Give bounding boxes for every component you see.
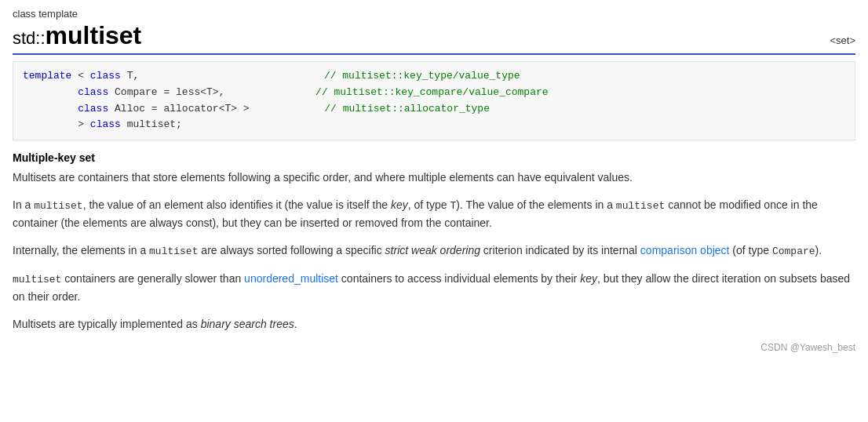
para2-mid2: , of type: [408, 198, 450, 211]
code-keyword-template: template: [23, 70, 71, 82]
para2-mid1: , the value of an element also identifie…: [83, 198, 391, 211]
code-comment-2: // multiset::key_compare/value_compare: [315, 86, 548, 98]
para5-italic1: binary search trees: [201, 318, 294, 330]
para4-italic1: key: [580, 272, 597, 285]
code-indent-2: [23, 86, 78, 98]
paragraph-2: In a multiset, the value of an element a…: [13, 196, 855, 232]
para3-mid1: are always sorted following a specific: [198, 244, 385, 256]
paragraph-1: Multisets are containers that store elem…: [13, 169, 855, 186]
para4-mid2: containers to access individual elements…: [338, 272, 580, 285]
para2-italic1: key: [391, 198, 408, 211]
para3-code1: multiset: [149, 246, 198, 257]
para3-before: Internally, the elements in a: [13, 244, 149, 256]
title-row: std::multiset <set>: [13, 21, 855, 55]
code-block: template < class T, // multiset::key_typ…: [13, 61, 855, 140]
code-comment-3: // multiset::allocator_type: [324, 103, 490, 115]
watermark: CSDN @Yawesh_best: [13, 342, 855, 353]
code-alloc: Alloc = allocator<T> >: [115, 103, 250, 115]
code-line4: >: [23, 118, 90, 130]
para5-before: Multisets are typically implemented as: [13, 318, 201, 330]
paragraph-4: multiset containers are generally slower…: [13, 270, 855, 306]
para5-after: .: [294, 318, 297, 330]
paragraph-3: Internally, the elements in a multiset a…: [13, 242, 855, 260]
code-text-T: T,: [127, 70, 140, 82]
para3-mid3: (of type: [729, 244, 771, 256]
para2-code3: multiset: [616, 200, 665, 212]
code-comment-1: // multiset::key_type/value_type: [324, 70, 520, 82]
class-label: class template: [13, 8, 855, 20]
para2-before: In a: [13, 198, 34, 211]
code-keyword-class3: class: [78, 103, 108, 115]
namespace: std::: [13, 28, 46, 48]
code-multiset: multiset;: [127, 118, 182, 130]
para3-mid4: ).: [815, 244, 822, 256]
para4-link1[interactable]: unordered_multiset: [244, 272, 338, 285]
code-compare: Compare = less<T>,: [115, 86, 224, 98]
para4-code1: multiset: [13, 274, 61, 286]
para2-code1: multiset: [34, 200, 82, 212]
paragraph-5: Multisets are typically implemented as b…: [13, 315, 855, 333]
code-keyword-class4: class: [90, 118, 121, 130]
main-title: std::multiset: [13, 21, 141, 50]
para4-mid1: containers are generally slower than: [61, 272, 244, 285]
code-text-1: <: [78, 70, 90, 82]
para3-link1[interactable]: comparison object: [640, 244, 730, 256]
set-link[interactable]: <set>: [830, 35, 855, 46]
para2-mid3: ). The value of the elements in a: [456, 198, 616, 211]
section-heading: Multiple-key set: [13, 151, 855, 164]
code-indent-3: [23, 103, 78, 115]
para3-italic1: strict weak ordering: [385, 244, 480, 256]
para3-mid2: criterion indicated by its internal: [480, 244, 640, 256]
para3-code2: Compare: [772, 246, 815, 257]
code-keyword-class1: class: [90, 70, 121, 82]
code-keyword-class2: class: [78, 86, 108, 98]
